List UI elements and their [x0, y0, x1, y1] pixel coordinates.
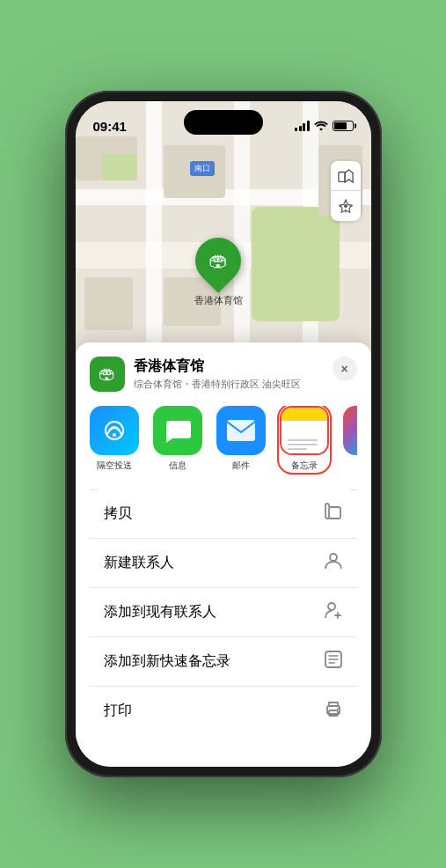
app-item-notes[interactable]: 备忘录 — [280, 406, 329, 472]
share-apps-row: 隔空投送 信息 — [90, 406, 357, 475]
airdrop-label: 隔空投送 — [97, 460, 132, 472]
new-contact-icon — [324, 551, 343, 575]
mail-icon — [216, 406, 266, 455]
notes-label: 备忘录 — [291, 460, 318, 472]
notes-icon — [280, 406, 329, 455]
wifi-icon — [314, 120, 328, 133]
add-existing-icon — [324, 600, 343, 624]
svg-rect-10 — [329, 710, 338, 716]
action-print-label: 打印 — [104, 702, 132, 720]
print-icon — [324, 699, 343, 723]
venue-logo: 🏟 — [90, 357, 125, 392]
pin-label: 香港体育馆 — [194, 294, 243, 307]
map-type-button[interactable] — [331, 161, 361, 191]
venue-description: 综合体育馆・香港特别行政区 油尖旺区 — [134, 378, 301, 391]
phone-frame: 09:41 — [65, 91, 382, 777]
action-add-quicknote[interactable]: 添加到新快速备忘录 — [90, 636, 357, 686]
venue-text: 香港体育馆 综合体育馆・香港特别行政区 油尖旺区 — [134, 357, 301, 391]
messages-label: 信息 — [169, 460, 186, 472]
action-print[interactable]: 打印 — [90, 686, 357, 735]
svg-rect-0 — [338, 172, 344, 181]
quicknote-icon — [324, 650, 343, 673]
map-area-label: 南口 — [190, 161, 215, 176]
svg-point-6 — [330, 554, 337, 561]
more-icon — [343, 406, 357, 455]
venue-name: 香港体育馆 — [134, 357, 301, 376]
airdrop-icon — [90, 406, 139, 455]
action-add-existing-label: 添加到现有联系人 — [104, 603, 216, 622]
app-item-more[interactable]: 提 — [343, 406, 357, 472]
mail-label: 邮件 — [232, 460, 250, 472]
venue-info: 🏟 香港体育馆 综合体育馆・香港特别行政区 油尖旺区 — [90, 357, 301, 392]
svg-point-11 — [337, 708, 339, 710]
status-icons — [295, 120, 354, 133]
svg-point-1 — [344, 204, 347, 208]
app-item-airdrop[interactable]: 隔空投送 — [90, 406, 139, 472]
app-item-messages[interactable]: 信息 — [153, 406, 202, 472]
action-new-contact-label: 新建联系人 — [104, 554, 174, 572]
phone-screen: 09:41 — [76, 101, 371, 767]
action-add-existing[interactable]: 添加到现有联系人 — [90, 587, 357, 636]
svg-point-3 — [113, 433, 116, 437]
dynamic-island — [184, 110, 263, 135]
bottom-sheet: 🏟 香港体育馆 综合体育馆・香港特别行政区 油尖旺区 × — [76, 342, 371, 768]
signal-bars-icon — [295, 121, 310, 131]
notes-selected-wrapper: 备忘录 — [280, 406, 329, 472]
venue-header: 🏟 香港体育馆 综合体育馆・香港特别行政区 油尖旺区 × — [90, 357, 357, 392]
svg-point-7 — [328, 603, 335, 610]
battery-icon — [333, 121, 354, 131]
action-copy[interactable]: 拷贝 — [90, 489, 357, 538]
stadium-pin: 🏟 香港体育馆 — [194, 238, 243, 307]
action-new-contact[interactable]: 新建联系人 — [90, 538, 357, 587]
status-time: 09:41 — [93, 119, 127, 134]
copy-icon — [324, 502, 343, 526]
action-add-quicknote-label: 添加到新快速备忘录 — [104, 652, 230, 671]
action-list: 拷贝 新建联系人 — [90, 489, 357, 735]
map-controls — [331, 161, 361, 221]
close-button[interactable]: × — [333, 357, 357, 381]
app-item-mail[interactable]: 邮件 — [216, 406, 266, 472]
action-copy-label: 拷贝 — [104, 504, 132, 523]
messages-icon — [153, 406, 202, 455]
home-indicator-space — [90, 735, 357, 753]
svg-rect-4 — [227, 420, 255, 441]
svg-rect-5 — [329, 507, 340, 519]
location-button[interactable] — [331, 191, 361, 221]
